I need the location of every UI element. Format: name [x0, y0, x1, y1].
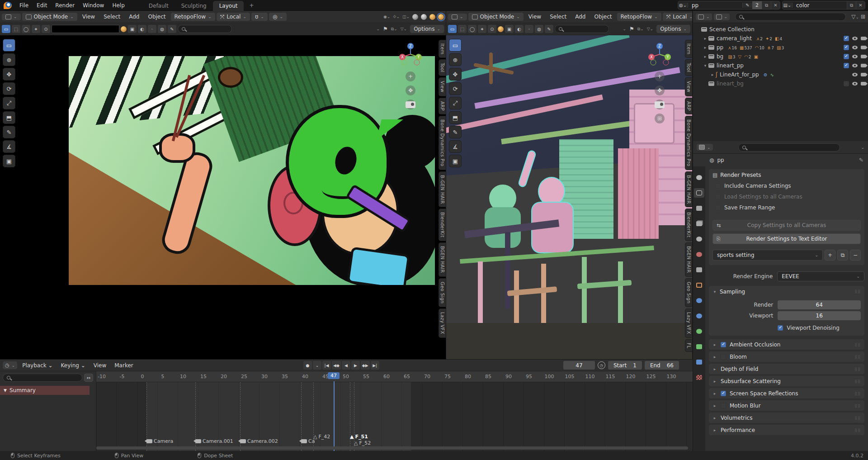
zoom-icon[interactable]: +	[655, 71, 665, 81]
gizmo-dropdown[interactable]: ⟐⌄	[393, 14, 400, 19]
expander-icon[interactable]: ▾	[702, 63, 708, 68]
viewport-menu-add[interactable]: Add	[125, 13, 143, 21]
select-mode-circle[interactable]: ◯	[468, 25, 476, 33]
jump-end-button[interactable]: ▶|	[371, 361, 379, 370]
shading-material-button[interactable]	[429, 14, 435, 20]
ntab-geo-sign[interactable]: Geo Sign	[439, 278, 446, 307]
render-visibility-icon[interactable]	[861, 46, 866, 49]
pin-icon[interactable]: ✎	[859, 157, 863, 163]
tool-scale[interactable]: ⤢	[3, 97, 15, 109]
editor-type-button[interactable]: ⌄	[448, 14, 467, 20]
select-mode-circle[interactable]: ◯	[22, 25, 30, 33]
options-dropdown[interactable]: Options⌄	[656, 25, 690, 33]
ntab-fl[interactable]: FL	[685, 339, 692, 352]
ntab-bone-dynamics-pro[interactable]: Bone Dynamics Pro	[685, 116, 692, 170]
viewport-denoising-row[interactable]: Viewport Denoising	[778, 325, 861, 331]
current-frame-field[interactable]: 47	[563, 361, 595, 370]
current-frame-badge[interactable]: 47	[328, 372, 340, 379]
ntab-b-gen-hair[interactable]: B-GEN HAIR	[685, 171, 692, 208]
properties-tab-bone[interactable]	[694, 342, 704, 351]
checkbox[interactable]	[715, 205, 721, 210]
section-checkbox[interactable]	[721, 354, 726, 360]
blend-button[interactable]: ◦	[525, 25, 533, 33]
ntab-b-gen-hair[interactable]: B-GEN HAIR	[439, 171, 446, 208]
properties-options-chevron[interactable]: ⌄	[861, 145, 864, 150]
timeline-marker-ca[interactable]: Ca	[301, 438, 315, 444]
tool-scale[interactable]: ⤢	[449, 97, 462, 109]
timeline-menu-keying[interactable]: Keying ⌄	[57, 361, 89, 370]
add-preset-button[interactable]: +	[825, 250, 835, 261]
timeline-ruler[interactable]: -10-505101520253035404550556065707580859…	[96, 371, 693, 382]
texture-slot-button[interactable]: ▣	[128, 25, 137, 33]
bookmark-icon[interactable]: ⚑	[629, 26, 634, 32]
section-depth-of-field[interactable]: ▸Depth of Field⣿⣿	[709, 364, 864, 374]
jump-start-button[interactable]: |◀	[322, 361, 331, 370]
section-checkbox[interactable]	[721, 403, 726, 408]
outliner-row[interactable]: ▸bg▨3▽◠2▣	[693, 52, 868, 61]
timeline-menu-playback[interactable]: Playback ⌄	[19, 361, 56, 370]
properties-tab-scene[interactable]	[694, 234, 704, 244]
menu-window[interactable]: Window	[79, 1, 108, 10]
expander-icon[interactable]: ▸	[702, 36, 708, 41]
sampling-value-slider[interactable]: 16	[778, 311, 861, 320]
menu-edit[interactable]: Edit	[33, 1, 51, 10]
viewport-menu-object[interactable]: Object	[590, 13, 615, 21]
grid-ortho-icon[interactable]: ⊞	[655, 114, 665, 123]
channel-search[interactable]	[3, 374, 82, 382]
filter-funnel-icon[interactable]: ▽⌄	[851, 14, 859, 20]
stopwatch-icon[interactable]: ◷	[598, 361, 605, 369]
workspace-tab-sculpting[interactable]: Sculpting	[175, 1, 213, 11]
world-button[interactable]: ◍	[535, 25, 543, 33]
tool-annotate[interactable]: ✎	[3, 126, 15, 138]
ntab-view[interactable]: View	[685, 77, 692, 96]
checkbox[interactable]	[715, 194, 721, 199]
shading-wireframe-button[interactable]	[412, 14, 418, 20]
menu-help[interactable]: Help	[108, 1, 128, 10]
tool-move[interactable]: ✥	[3, 68, 15, 81]
ntab-tool[interactable]: Tool	[685, 59, 692, 76]
panel-grip[interactable]: ⣿⣿	[854, 379, 861, 384]
ntab-bgen-hair[interactable]: BGEN HAIR	[439, 242, 446, 276]
remove-preset-button[interactable]: −	[850, 250, 861, 261]
tool-add-cube[interactable]: ▣	[449, 155, 462, 167]
outliner-row[interactable]: lineart_bg	[693, 79, 868, 88]
eye-icon[interactable]	[852, 55, 858, 58]
outliner-row[interactable]: ▸camera_light⋏2✦2◧4	[693, 34, 868, 43]
eye-icon[interactable]	[852, 37, 858, 40]
viewport-menu-add[interactable]: Add	[571, 13, 589, 21]
timeline-scrollbar[interactable]	[96, 446, 688, 450]
viewport-denoising-checkbox[interactable]	[778, 325, 783, 331]
tool-cursor[interactable]: ⊕	[3, 53, 15, 66]
exclude-checkbox[interactable]	[844, 81, 849, 86]
panel-grip[interactable]: ⣿⣿	[854, 343, 861, 347]
blend-button[interactable]: ◦	[148, 25, 156, 33]
render-settings-to-text-button[interactable]: ⎘Render Settings to Text Editor	[712, 233, 861, 244]
texture-slot-button[interactable]: ▣	[505, 25, 514, 33]
retopoflow-dropdown[interactable]: RetopoFlow⌄	[617, 13, 661, 21]
render-visibility-icon[interactable]	[861, 64, 866, 67]
copy-settings-button[interactable]: ⇆Copy Settings to all Cameras	[712, 220, 861, 231]
scene-name[interactable]: pp	[688, 2, 742, 9]
viewport-menu-select[interactable]: Select	[100, 13, 124, 21]
stamp-button[interactable]: ✎	[545, 25, 553, 33]
viewport-left[interactable]: ⌄Object Mode⌄ViewSelectAddObjectRetopoFl…	[0, 11, 446, 359]
render-presets-header[interactable]: ▤Render Presets	[712, 172, 861, 178]
zoom-icon[interactable]: +	[406, 71, 415, 81]
ntab-item[interactable]: Item	[439, 40, 446, 58]
tool-cursor[interactable]: ⊕	[449, 53, 462, 66]
scene-selector[interactable]: ◍⌄ pp ✎ 2 ⧉ ✕	[678, 1, 780, 9]
viewport-menu-view[interactable]: View	[525, 13, 545, 21]
play-reverse-button[interactable]: ◀	[342, 361, 350, 370]
menu-render[interactable]: Render	[51, 1, 79, 10]
timeline-menu-view[interactable]: View	[90, 361, 110, 370]
exclude-checkbox[interactable]	[844, 36, 849, 41]
select-mode-pick[interactable]: ⊙	[42, 25, 50, 33]
orientation-dropdown[interactable]: ⤧Local⌄	[663, 13, 692, 21]
record-options-button[interactable]: ⌄	[313, 361, 321, 370]
properties-tab-render[interactable]	[694, 188, 704, 198]
duplicate-preset-button[interactable]: ⧉	[837, 250, 848, 261]
panel-grip[interactable]: ⣿⣿	[854, 367, 861, 371]
tool-measure[interactable]: ∡	[3, 140, 15, 153]
brush-color-swatch[interactable]	[52, 25, 119, 33]
properties-tab-physics[interactable]	[694, 296, 704, 305]
